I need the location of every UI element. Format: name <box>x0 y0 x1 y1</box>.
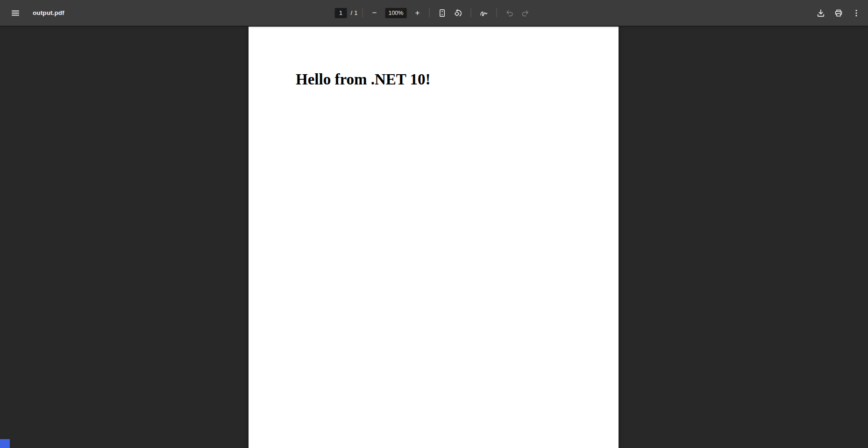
download-button[interactable] <box>813 5 829 21</box>
hamburger-menu-icon <box>11 8 20 18</box>
divider <box>496 8 497 17</box>
zoom-level-input[interactable] <box>385 8 406 18</box>
page-number-input[interactable] <box>335 8 347 18</box>
menu-button[interactable] <box>7 5 23 21</box>
pdf-heading-text: Hello from .NET 10! <box>296 71 430 88</box>
page-separator: / <box>351 9 353 16</box>
rotate-counterclockwise-icon <box>453 8 462 18</box>
divider <box>470 8 471 17</box>
kebab-menu-icon <box>852 8 861 18</box>
draw-annotate-icon <box>479 8 488 18</box>
more-actions-button[interactable] <box>848 5 864 21</box>
zoom-out-button[interactable]: − <box>367 6 381 20</box>
document-title: output.pdf <box>33 9 64 16</box>
fit-page-button[interactable] <box>434 5 450 21</box>
status-bubble <box>0 439 10 448</box>
redo-button[interactable] <box>517 5 533 21</box>
page-total: 1 <box>354 9 357 16</box>
redo-icon <box>520 8 530 18</box>
divider <box>362 8 363 17</box>
toolbar-left: output.pdf <box>0 5 64 21</box>
fit-page-icon <box>437 8 447 18</box>
print-button[interactable] <box>831 5 847 21</box>
toolbar-center: / 1 − + <box>335 0 534 26</box>
pdf-page: Hello from .NET 10! <box>249 27 619 448</box>
zoom-in-button[interactable]: + <box>410 6 424 20</box>
divider <box>429 8 429 17</box>
rotate-button[interactable] <box>450 5 466 21</box>
pdf-viewer-area[interactable]: Hello from .NET 10! <box>0 26 868 448</box>
print-icon <box>834 8 843 18</box>
undo-button[interactable] <box>501 5 517 21</box>
download-icon <box>816 8 825 18</box>
pdf-toolbar: output.pdf / 1 − + <box>0 0 868 26</box>
toolbar-right <box>813 5 868 21</box>
annotate-button[interactable] <box>476 5 491 21</box>
undo-icon <box>505 8 514 18</box>
